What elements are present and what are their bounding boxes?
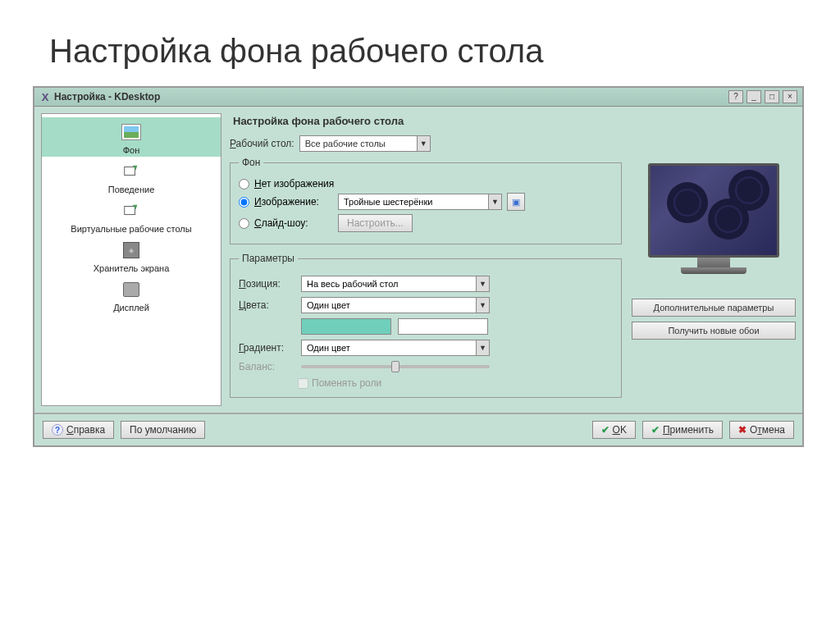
panel-heading: Настройка фона рабочего стола (230, 113, 796, 135)
browse-image-button[interactable]: ▣ (507, 193, 525, 211)
background-legend: Фон (239, 157, 263, 168)
primary-color-swatch[interactable] (301, 318, 391, 335)
swap-roles-checkbox (298, 378, 308, 389)
titlebar: X Настройка - KDesktop ? _ □ × (34, 88, 802, 107)
help-button[interactable]: ? Справка (43, 421, 114, 439)
apply-button-label: Применить (663, 424, 714, 436)
ok-button-label: OK (613, 424, 627, 436)
chevron-down-icon: ▼ (476, 298, 489, 313)
question-icon: ? (52, 424, 63, 436)
apply-button[interactable]: ✔ Применить (642, 421, 723, 439)
chevron-down-icon: ▼ (417, 136, 430, 151)
dialog-footer: ? Справка По умолчанию ✔ OK ✔ Применить … (34, 413, 802, 445)
help-button[interactable]: ? (728, 90, 743, 103)
main-panel: Настройка фона рабочего стола Рабочий ст… (230, 113, 796, 406)
sidebar-item-display[interactable]: Дисплей (42, 275, 221, 314)
position-label: Позиция: (239, 278, 294, 290)
ok-button[interactable]: ✔ OK (592, 421, 636, 439)
minimize-button[interactable]: _ (746, 90, 761, 103)
cancel-button[interactable]: ✖ Отмена (729, 421, 794, 439)
virtual-desktops-icon (120, 199, 143, 222)
desktop-label: Рабочий стол: (230, 138, 294, 149)
wallpaper-preview (642, 163, 786, 290)
image-label: Изображение: (254, 196, 333, 208)
check-icon: ✔ (601, 424, 609, 436)
app-icon: X (39, 91, 51, 103)
close-button[interactable]: × (783, 90, 797, 103)
gradient-combo[interactable]: Один цвет ▼ (301, 340, 490, 356)
sidebar-item-virtual-desktops[interactable]: Виртуальные рабочие столы (42, 196, 221, 235)
behavior-icon (120, 160, 143, 183)
sidebar-item-label: Поведение (47, 185, 216, 194)
gradient-label: Градиент: (239, 342, 294, 354)
sidebar-item-label: Фон (47, 145, 216, 155)
image-radio[interactable] (239, 197, 249, 208)
defaults-button[interactable]: По умолчанию (121, 421, 205, 439)
display-icon (120, 278, 143, 301)
screensaver-icon: ◈ (120, 239, 143, 262)
photo-icon (120, 121, 143, 144)
folder-icon: ▣ (512, 197, 520, 208)
colors-label: Цвета: (239, 299, 294, 311)
desktop-combo[interactable]: Все рабочие столы ▼ (299, 135, 431, 152)
no-image-label: Нет изображения (254, 178, 334, 189)
desktop-combo-value: Все рабочие столы (300, 139, 417, 148)
sidebar: Фон Поведение Виртуальные рабочие столы … (41, 113, 221, 406)
svg-rect-1 (125, 207, 135, 215)
help-button-label: Справка (66, 424, 105, 436)
chevron-down-icon: ▼ (488, 194, 501, 209)
balance-label: Баланс: (239, 361, 294, 372)
sidebar-item-label: Хранитель экрана (47, 263, 216, 273)
chevron-down-icon: ▼ (476, 340, 489, 355)
position-combo[interactable]: На весь рабочий стол ▼ (301, 276, 490, 292)
chevron-down-icon: ▼ (476, 276, 489, 291)
cancel-button-label: Отмена (750, 424, 785, 436)
slide-title: Настройка фона рабочего стола (0, 0, 840, 86)
slideshow-radio[interactable] (239, 218, 249, 229)
get-wallpapers-button[interactable]: Получить новые обои (632, 322, 796, 340)
image-combo[interactable]: Тройные шестерёнки ▼ (338, 194, 502, 210)
image-combo-value: Тройные шестерёнки (339, 197, 488, 207)
sidebar-item-label: Виртуальные рабочие столы (47, 224, 216, 234)
svg-rect-0 (125, 167, 135, 176)
sidebar-item-behavior[interactable]: Поведение (42, 157, 221, 196)
advanced-options-button[interactable]: Дополнительные параметры (632, 299, 796, 317)
sidebar-item-screensaver[interactable]: ◈ Хранитель экрана (42, 235, 221, 275)
check-icon: ✔ (651, 424, 660, 436)
x-icon: ✖ (738, 424, 746, 436)
sidebar-item-background[interactable]: Фон (42, 117, 221, 157)
slider-thumb (391, 361, 399, 372)
sidebar-item-label: Дисплей (47, 303, 216, 313)
settings-window: X Настройка - KDesktop ? _ □ × Фон Повед… (33, 86, 804, 447)
preview-screen (648, 163, 779, 258)
gradient-combo-value: Один цвет (302, 343, 476, 353)
no-image-radio[interactable] (239, 179, 249, 189)
parameters-legend: Параметры (239, 253, 298, 264)
window-title: Настройка - KDesktop (54, 91, 160, 103)
maximize-button[interactable]: □ (765, 90, 779, 103)
configure-slideshow-button: Настроить... (338, 214, 413, 232)
slideshow-label: Слайд-шоу: (254, 217, 333, 229)
balance-slider (301, 365, 490, 368)
colors-combo-value: Один цвет (302, 300, 476, 310)
parameters-group: Параметры Позиция: На весь рабочий стол … (230, 253, 622, 398)
background-group: Фон Нет изображения Изображение: Тройные… (230, 157, 622, 244)
position-combo-value: На весь рабочий стол (302, 279, 476, 289)
swap-roles-label: Поменять роли (312, 377, 381, 389)
colors-combo[interactable]: Один цвет ▼ (301, 297, 490, 313)
secondary-color-swatch[interactable] (398, 318, 488, 335)
